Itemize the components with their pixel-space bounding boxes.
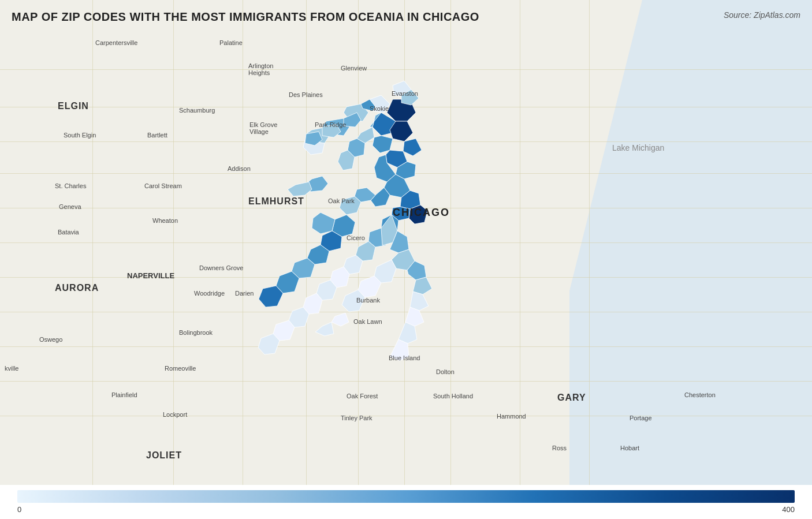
legend-container: 0 400 bbox=[0, 485, 812, 519]
svg-marker-60 bbox=[258, 334, 280, 354]
svg-marker-54 bbox=[340, 196, 361, 215]
map-title: MAP OF ZIP CODES WITH THE MOST IMMIGRANT… bbox=[12, 10, 479, 24]
choropleth-overlay: .zip-darkest { fill: #08306b; stroke: wh… bbox=[0, 0, 812, 485]
svg-marker-58 bbox=[315, 322, 334, 336]
svg-marker-56 bbox=[288, 182, 312, 196]
map-container: .zip-darkest { fill: #08306b; stroke: wh… bbox=[0, 0, 812, 485]
svg-marker-39 bbox=[410, 292, 429, 311]
legend-max-label: 400 bbox=[782, 505, 795, 514]
legend-labels: 0 400 bbox=[17, 505, 795, 514]
legend-gradient-bar bbox=[17, 490, 795, 503]
legend-min-label: 0 bbox=[17, 505, 21, 514]
svg-marker-3 bbox=[403, 139, 422, 156]
svg-marker-25 bbox=[312, 212, 335, 234]
svg-marker-57 bbox=[331, 313, 349, 326]
svg-marker-42 bbox=[390, 339, 409, 361]
source-label: Source: ZipAtlas.com bbox=[724, 10, 800, 20]
